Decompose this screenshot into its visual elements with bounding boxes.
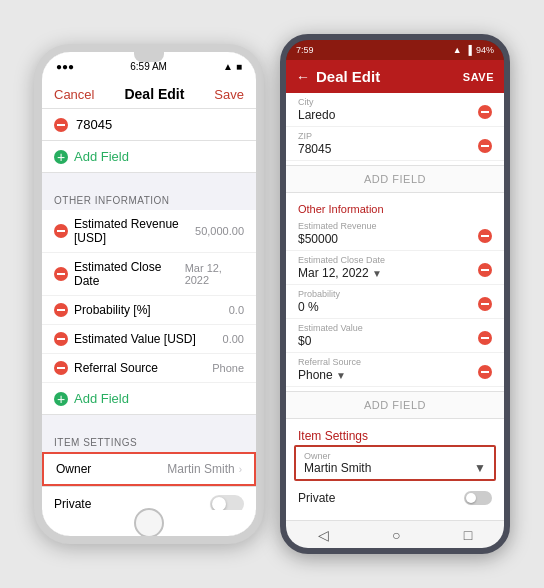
android-private-row: Private — [286, 485, 504, 511]
ios-field-label-2: Probability [%] — [74, 303, 151, 317]
android-item-settings-label: Item Settings — [286, 423, 504, 445]
ios-item-settings-header: ITEM SETTINGS — [42, 433, 256, 452]
ios-private-toggle[interactable] — [210, 495, 244, 510]
ios-zip-remove-icon[interactable] — [54, 118, 68, 132]
android-field-minus-0[interactable] — [478, 229, 492, 243]
android-add-field-btn-1[interactable]: ADD FIELD — [286, 165, 504, 193]
ios-other-information-header: OTHER INFORMATION — [42, 191, 256, 210]
ios-field-minus-0[interactable] — [54, 224, 68, 238]
ios-save-button[interactable]: Save — [214, 87, 244, 102]
android-save-button[interactable]: SAVE — [463, 71, 494, 83]
android-value-4: Phone ▼ — [298, 368, 361, 382]
android-content: City Laredo ZIP 78045 ADD FIELD Other In… — [286, 93, 504, 520]
android-field-4: Referral Source Phone ▼ — [286, 353, 504, 387]
android-label-3: Estimated Value — [298, 323, 363, 333]
ios-home-bar — [42, 510, 256, 536]
ios-fields-container: Estimated Revenue [USD] 50,000.00 Estima… — [42, 210, 256, 383]
ios-field-value-4: Phone — [212, 362, 244, 374]
android-zip-label: ZIP — [298, 131, 331, 141]
android-add-field-btn-2[interactable]: ADD FIELD — [286, 391, 504, 419]
android-status-right: ▲ ▐ 94% — [453, 45, 494, 55]
ios-header: Cancel Deal Edit Save — [42, 80, 256, 109]
ios-owner-name: Martin Smith — [167, 462, 234, 476]
android-zip-remove-icon[interactable] — [478, 139, 492, 153]
ios-home-button[interactable] — [134, 508, 164, 538]
android-field-row-0: Estimated Revenue $50000 — [298, 221, 492, 246]
android-owner-value: Martin Smith — [304, 461, 371, 475]
ios-field-minus-3[interactable] — [54, 332, 68, 346]
android-phone: 7:59 ▲ ▐ 94% ← Deal Edit SAVE City Lared… — [280, 34, 510, 554]
ios-chevron-icon: › — [239, 464, 242, 475]
android-field-row-3: Estimated Value $0 — [298, 323, 492, 348]
ios-cancel-button[interactable]: Cancel — [54, 87, 94, 102]
android-zip-field: ZIP 78045 — [286, 127, 504, 161]
android-wifi-icon: ▲ — [453, 45, 462, 55]
android-value-3: $0 — [298, 334, 363, 348]
ios-owner-row[interactable]: Owner Martin Smith › — [42, 452, 256, 486]
android-battery: 94% — [476, 45, 494, 55]
android-other-info-header: Other Information — [286, 197, 504, 217]
android-field-minus-2[interactable] — [478, 297, 492, 311]
android-fields-container: Estimated Revenue $50000 Estimated Close… — [286, 217, 504, 387]
ios-section-gap — [42, 415, 256, 433]
android-private-label: Private — [298, 491, 335, 505]
ios-notch — [134, 52, 164, 62]
ios-field-row-3: Estimated Value [USD] 0.00 — [42, 325, 256, 354]
android-field-row-1: Estimated Close Date Mar 12, 2022 ▼ — [298, 255, 492, 280]
android-dropdown-icon[interactable]: ▼ — [474, 461, 486, 475]
ios-owner-value: Martin Smith › — [167, 462, 242, 476]
ios-owner-label: Owner — [56, 462, 91, 476]
android-field-minus-4[interactable] — [478, 365, 492, 379]
ios-content: 78045 + Add Field OTHER INFORMATION Esti… — [42, 109, 256, 510]
ios-phone: ●●● 6:59 AM ▲ ■ Cancel Deal Edit Save 78… — [34, 44, 264, 544]
ios-field-value-1: Mar 12, 2022 — [185, 262, 244, 286]
ios-wifi-icon: ▲ — [223, 61, 233, 72]
ios-field-value-2: 0.0 — [229, 304, 244, 316]
ios-field-label-1: Estimated Close Date — [74, 260, 179, 288]
ios-field-left-0: Estimated Revenue [USD] — [54, 217, 189, 245]
ios-field-row-4: Referral Source Phone — [42, 354, 256, 383]
android-time: 7:59 — [296, 45, 314, 55]
ios-field-minus-2[interactable] — [54, 303, 68, 317]
android-page-title: Deal Edit — [316, 68, 380, 85]
android-label-2: Probability — [298, 289, 340, 299]
android-status-bar: 7:59 ▲ ▐ 94% — [286, 40, 504, 60]
ios-field-row-2: Probability [%] 0.0 — [42, 296, 256, 325]
ios-field-minus-1[interactable] — [54, 267, 68, 281]
android-header-left: ← Deal Edit — [296, 68, 380, 85]
android-back-button[interactable]: ← — [296, 69, 310, 85]
ios-field-left-1: Estimated Close Date — [54, 260, 179, 288]
android-field-row-4: Referral Source Phone ▼ — [298, 357, 492, 382]
phones-container: ●●● 6:59 AM ▲ ■ Cancel Deal Edit Save 78… — [22, 22, 522, 566]
android-city-label: City — [298, 97, 335, 107]
ios-battery-icon: ■ — [236, 61, 242, 72]
android-owner-box[interactable]: Owner Martin Smith ▼ — [294, 445, 496, 481]
android-field-1: Estimated Close Date Mar 12, 2022 ▼ — [286, 251, 504, 285]
android-field-minus-3[interactable] — [478, 331, 492, 345]
android-city-remove-icon[interactable] — [478, 105, 492, 119]
ios-page-title: Deal Edit — [124, 86, 184, 102]
android-private-toggle[interactable] — [464, 491, 492, 505]
ios-add-icon-1[interactable]: + — [54, 150, 68, 164]
android-header: ← Deal Edit SAVE — [286, 60, 504, 93]
android-nav-home[interactable]: ○ — [392, 527, 400, 543]
android-field-minus-1[interactable] — [478, 263, 492, 277]
android-signal-icon: ▐ — [466, 45, 472, 55]
android-field-3: Estimated Value $0 — [286, 319, 504, 353]
android-nav-back[interactable]: ◁ — [318, 527, 329, 543]
android-label-1: Estimated Close Date — [298, 255, 385, 265]
ios-field-row-1: Estimated Close Date Mar 12, 2022 — [42, 253, 256, 296]
android-city-value: Laredo — [298, 108, 335, 122]
android-nav-recents[interactable]: □ — [464, 527, 472, 543]
ios-add-field-row-2[interactable]: + Add Field — [42, 383, 256, 415]
android-value-1: Mar 12, 2022 ▼ — [298, 266, 385, 280]
ios-add-field-row-1[interactable]: + Add Field — [42, 141, 256, 173]
ios-add-icon-2[interactable]: + — [54, 392, 68, 406]
ios-signal: ●●● — [56, 61, 74, 72]
ios-field-row-0: Estimated Revenue [USD] 50,000.00 — [42, 210, 256, 253]
android-value-2: 0 % — [298, 300, 340, 314]
ios-field-minus-4[interactable] — [54, 361, 68, 375]
ios-zip-value: 78045 — [76, 117, 112, 132]
ios-private-row: Private — [42, 486, 256, 510]
android-field-2: Probability 0 % — [286, 285, 504, 319]
